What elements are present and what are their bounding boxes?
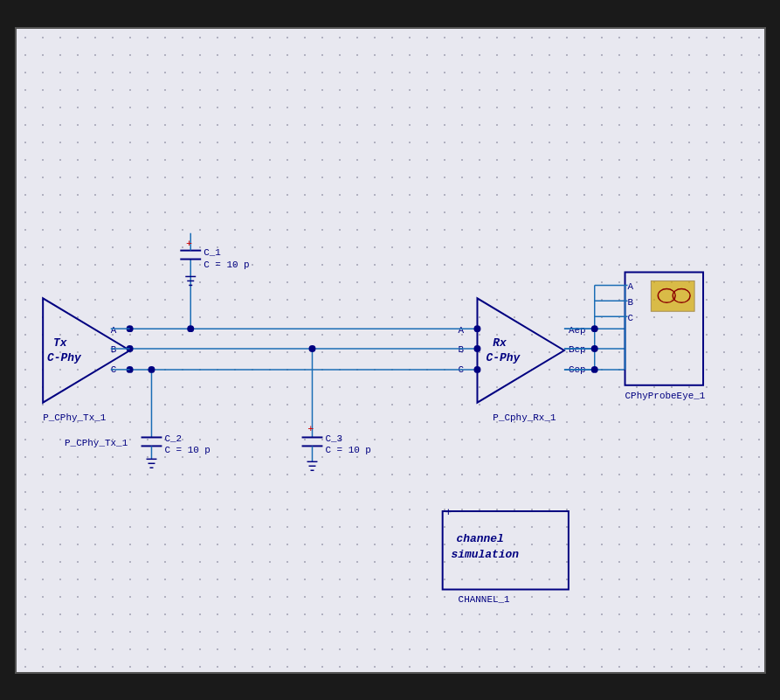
junction-probe-c <box>590 365 597 372</box>
cap-c1[interactable]: + C_1 C = 10 p <box>180 232 249 331</box>
probe-port-b: B <box>627 297 633 308</box>
probe-port-c: C <box>627 313 633 323</box>
rx-block[interactable]: Rx C-Phy A B C Aep Bep Cep P_Cphy_Rx_1 <box>458 298 585 422</box>
cap-c3-plus: + <box>307 423 314 434</box>
tx-port-a: A <box>110 325 116 336</box>
cap-c3-name: C_3 <box>325 433 342 444</box>
probe-port-a: A <box>627 281 633 292</box>
junction-rx-a <box>473 325 480 332</box>
tx-block[interactable]: Tx C-Phy A B C P_CPhy_Tx_1 <box>43 298 129 422</box>
tx-instance-label: P_CPhy_Tx_1 <box>65 438 128 448</box>
rx-port-bep: Bep <box>568 343 585 354</box>
cap-c3-value: C = 10 p <box>325 445 371 455</box>
junction-c2 <box>148 365 155 372</box>
junction-rx-c <box>473 365 480 372</box>
rx-port-aep: Aep <box>568 325 585 336</box>
junction-c3 <box>308 345 315 352</box>
schematic-canvas: Tx C-Phy A B C P_CPhy_Tx_1 Rx C-Phy A B … <box>15 27 766 674</box>
tx-instance: P_CPhy_Tx_1 <box>43 412 107 422</box>
tx-label-line1: Tx <box>53 336 67 350</box>
cap-c3[interactable]: + C_3 C = 10 p <box>301 345 370 470</box>
cap-c1-name: C_1 <box>204 246 221 257</box>
rx-port-b-in: B <box>458 343 464 354</box>
channel-plus: + <box>445 505 451 517</box>
cap-c1-plus: + <box>186 237 192 248</box>
tx-port-b: B <box>110 343 116 354</box>
rx-label-line1: Rx <box>493 336 507 350</box>
cap-c2-value: C = 10 p <box>164 445 211 455</box>
junction-rx-b <box>473 345 480 352</box>
rx-instance: P_Cphy_Rx_1 <box>493 412 556 422</box>
rx-port-a-in: A <box>458 325 464 336</box>
junction-probe-b <box>590 345 597 352</box>
channel-label-line1: channel <box>456 531 503 544</box>
tx-label-line2: C-Phy <box>47 350 82 364</box>
rx-label-line2: C-Phy <box>486 350 521 364</box>
probe-block[interactable]: A B C CPhyProbeEye_1 <box>625 272 705 400</box>
junction-c1 <box>187 325 194 332</box>
cap-c2-name: C_2 <box>164 433 182 444</box>
channel-label-line2: simulation <box>451 547 519 560</box>
junction-probe-a <box>590 325 597 332</box>
channel-instance: CHANNEL_1 <box>458 594 510 605</box>
cap-c1-value: C = 10 p <box>204 260 250 270</box>
channel-block[interactable]: + channel simulation CHANNEL_1 <box>442 505 568 604</box>
probe-instance: CPhyProbeEye_1 <box>625 390 705 400</box>
